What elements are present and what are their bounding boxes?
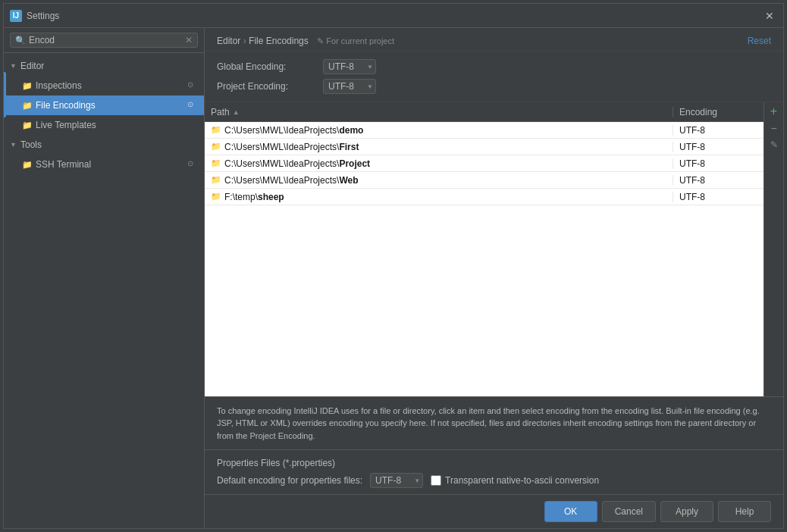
cell-path-4: 📁 F:\temp\sheep <box>205 192 673 202</box>
table-main: Path ▲ Encoding 📁 C:\Users\MWL\IdeaProje… <box>205 102 763 396</box>
folder-icon-encodings: 📁 <box>22 100 33 111</box>
scope-badge-ssh: ⊙ <box>187 159 198 170</box>
cell-encoding-1: UTF-8 <box>673 142 763 152</box>
sidebar-label-inspections: Inspections <box>36 80 82 91</box>
table-row[interactable]: 📁 C:\Users\MWL\IdeaProjects\Project UTF-… <box>205 155 763 172</box>
info-box: To change encoding IntelliJ IDEA uses fo… <box>205 396 783 450</box>
ok-button[interactable]: OK <box>544 501 597 522</box>
main-content: 🔍 ✕ ▼ Editor 📁 Inspections ⊙ <box>4 28 783 528</box>
search-icon: 🔍 <box>15 36 26 45</box>
project-encoding-row: Project Encoding: UTF-8 ▼ <box>217 79 771 94</box>
sort-arrow: ▲ <box>233 108 240 116</box>
close-button[interactable]: ✕ <box>762 8 777 23</box>
sidebar-label-file-encodings: File Encodings <box>36 100 96 111</box>
path-text-1: C:\Users\MWL\IdeaProjects\First <box>224 142 359 152</box>
settings-dialog: IJ Settings ✕ 🔍 ✕ ▼ Editor <box>3 3 784 529</box>
breadcrumb-page: File Encodings <box>249 36 309 46</box>
tree-section: ▼ Editor 📁 Inspections ⊙ 📁 File Encoding… <box>4 53 204 528</box>
sidebar: 🔍 ✕ ▼ Editor 📁 Inspections ⊙ <box>4 28 205 528</box>
folder-icon: 📁 <box>22 80 33 91</box>
app-icon: IJ <box>10 10 22 22</box>
cell-encoding-4: UTF-8 <box>673 192 763 202</box>
table-row[interactable]: 📁 F:\temp\sheep UTF-8 <box>205 189 763 205</box>
apply-button[interactable]: Apply <box>660 501 713 522</box>
cell-path-2: 📁 C:\Users\MWL\IdeaProjects\Project <box>205 158 673 169</box>
cancel-button[interactable]: Cancel <box>602 501 656 522</box>
remove-encoding-button[interactable]: − <box>767 120 782 136</box>
project-encoding-dropdown-wrap: UTF-8 ▼ <box>323 79 376 94</box>
transparent-conversion-checkbox[interactable] <box>431 475 441 486</box>
transparent-conversion-label: Transparent native-to-ascii conversion <box>445 475 599 486</box>
column-header-path: Path ▲ <box>205 107 673 117</box>
table-row[interactable]: 📁 C:\Users\MWL\IdeaProjects\First UTF-8 <box>205 139 763 155</box>
path-text-2: C:\Users\MWL\IdeaProjects\Project <box>224 158 370 169</box>
path-column-label: Path <box>211 107 230 117</box>
breadcrumb-separator: › <box>243 36 249 46</box>
reset-button[interactable]: Reset <box>748 36 771 46</box>
folder-icon-row3: 📁 <box>211 175 221 185</box>
breadcrumb-note: ✎ For current project <box>317 36 394 45</box>
column-header-encoding: Encoding <box>673 107 763 117</box>
sidebar-label-ssh-terminal: SSH Terminal <box>36 159 91 170</box>
table-row[interactable]: 📁 C:\Users\MWL\IdeaProjects\Web UTF-8 <box>205 172 763 189</box>
properties-encoding-dropdown-wrap: UTF-8 ▼ <box>370 473 423 488</box>
cell-encoding-3: UTF-8 <box>673 175 763 186</box>
title-bar: IJ Settings ✕ <box>4 4 783 28</box>
global-encoding-select[interactable]: UTF-8 <box>323 59 376 74</box>
table-row[interactable]: 📁 C:\Users\MWL\IdeaProjects\demo UTF-8 <box>205 122 763 139</box>
sidebar-category-tools[interactable]: ▼ Tools <box>4 135 204 155</box>
global-encoding-row: Global Encoding: UTF-8 ▼ <box>217 59 771 74</box>
info-text: To change encoding IntelliJ IDEA uses fo… <box>217 405 771 443</box>
path-text-3: C:\Users\MWL\IdeaProjects\Web <box>224 175 359 186</box>
cell-path-1: 📁 C:\Users\MWL\IdeaProjects\First <box>205 142 673 152</box>
edit-encoding-button[interactable]: ✎ <box>767 137 782 152</box>
sidebar-item-ssh-terminal[interactable]: 📁 SSH Terminal ⊙ <box>4 155 204 174</box>
selection-accent <box>4 72 6 117</box>
arrow-icon-tools: ▼ <box>10 141 17 149</box>
properties-section: Properties Files (*.properties) Default … <box>205 449 783 494</box>
sidebar-category-editor[interactable]: ▼ Editor <box>4 56 204 76</box>
cell-encoding-0: UTF-8 <box>673 125 763 136</box>
cell-path-0: 📁 C:\Users\MWL\IdeaProjects\demo <box>205 125 673 136</box>
table-area: Path ▲ Encoding 📁 C:\Users\MWL\IdeaProje… <box>205 102 783 396</box>
help-button[interactable]: Help <box>718 501 771 522</box>
table-rows: 📁 C:\Users\MWL\IdeaProjects\demo UTF-8 📁… <box>205 122 763 396</box>
table-container: Path ▲ Encoding 📁 C:\Users\MWL\IdeaProje… <box>205 102 783 396</box>
cell-path-3: 📁 C:\Users\MWL\IdeaProjects\Web <box>205 175 673 186</box>
project-encoding-label: Project Encoding: <box>217 81 315 92</box>
search-input[interactable] <box>29 35 182 45</box>
sidebar-item-file-encodings[interactable]: 📁 File Encodings ⊙ <box>4 95 204 115</box>
panel-header: Editor › File Encodings ✎ For current pr… <box>205 28 783 52</box>
sidebar-item-inspections[interactable]: 📁 Inspections ⊙ <box>4 76 204 95</box>
tools-category-label: Tools <box>20 139 42 150</box>
project-encoding-select[interactable]: UTF-8 <box>323 79 376 94</box>
sidebar-item-live-templates[interactable]: 📁 Live Templates <box>4 115 204 135</box>
right-panel: Editor › File Encodings ✎ For current pr… <box>205 28 783 528</box>
path-text-0: C:\Users\MWL\IdeaProjects\demo <box>224 125 363 136</box>
properties-encoding-select[interactable]: UTF-8 <box>370 473 423 488</box>
folder-icon-row1: 📁 <box>211 142 221 152</box>
button-bar: OK Cancel Apply Help <box>205 494 783 528</box>
breadcrumb-editor: Editor <box>217 36 240 46</box>
scope-badge-encodings: ⊙ <box>187 100 198 111</box>
sidebar-label-live-templates: Live Templates <box>36 120 96 130</box>
folder-icon-row4: 📁 <box>211 192 221 202</box>
search-clear-button[interactable]: ✕ <box>185 35 193 45</box>
dialog-title: Settings <box>27 11 59 21</box>
folder-icon-ssh: 📁 <box>22 159 33 170</box>
arrow-icon: ▼ <box>10 62 17 70</box>
search-box: 🔍 ✕ <box>4 28 204 53</box>
title-bar-left: IJ Settings <box>10 10 59 22</box>
path-text-4: F:\temp\sheep <box>224 192 284 202</box>
default-encoding-label: Default encoding for properties files: <box>217 475 362 486</box>
transparent-conversion-row: Transparent native-to-ascii conversion <box>431 475 599 486</box>
add-encoding-button[interactable]: + <box>767 104 782 119</box>
encoding-settings: Global Encoding: UTF-8 ▼ Project Encodin… <box>205 52 783 102</box>
search-input-wrap: 🔍 ✕ <box>10 33 198 48</box>
breadcrumb: Editor › File Encodings ✎ For current pr… <box>217 36 394 46</box>
folder-icon-templates: 📁 <box>22 120 33 130</box>
editor-category-label: Editor <box>20 61 44 71</box>
table-header: Path ▲ Encoding <box>205 102 763 122</box>
global-encoding-dropdown-wrap: UTF-8 ▼ <box>323 59 376 74</box>
folder-icon-row2: 📁 <box>211 158 221 168</box>
